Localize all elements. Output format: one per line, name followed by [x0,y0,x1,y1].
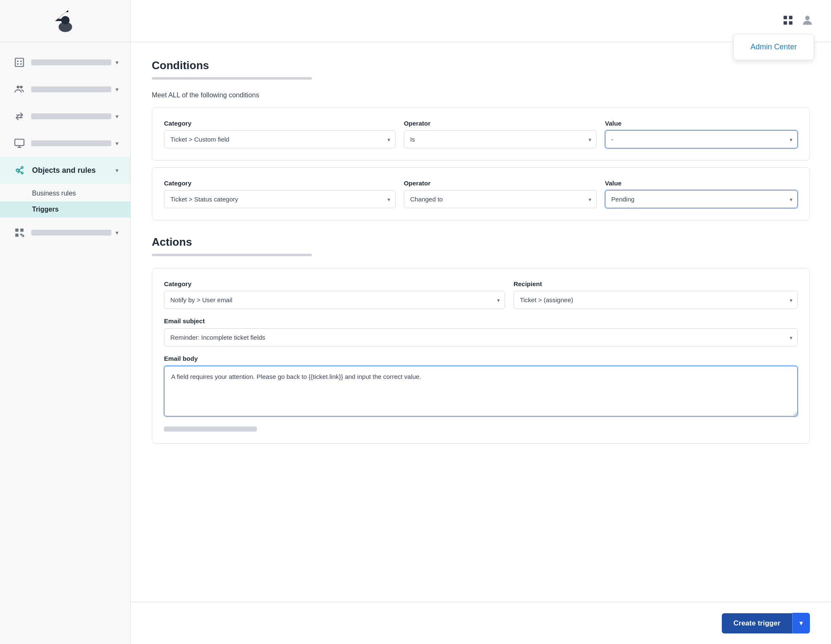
condition-2-category-wrapper: Ticket > Status category ▾ [164,190,395,208]
svg-point-27 [805,16,810,20]
actions-title: Actions [152,236,810,249]
bottom-placeholder [164,427,257,432]
nav-label-placeholder-monitor [31,140,111,146]
condition-2-row: Category Ticket > Status category ▾ Oper… [164,180,798,208]
sidebar-item-business-rules[interactable]: Business rules [0,185,130,201]
action-recipient-label: Recipient [514,280,798,287]
actions-section: Actions Category Notify by > User email … [152,236,810,444]
svg-rect-24 [789,16,792,19]
condition-1-operator-wrapper: Is ▾ [404,130,597,148]
condition-2-value-wrapper: Pending ▾ [605,190,798,208]
zendesk-logo-icon [51,8,80,34]
condition-1-category-select[interactable]: Ticket > Custom field [164,130,395,148]
chevron-down-icon-4: ▾ [116,140,118,147]
condition-2-operator-select[interactable]: Changed to [404,190,597,208]
email-body-label: Email body [164,355,198,362]
sidebar-nav: ▾ ▾ [0,42,130,644]
svg-rect-5 [17,63,19,64]
action-recipient-group: Recipient Ticket > (assignee) ▾ [514,280,798,309]
email-body-textarea[interactable]: A field requires your attention. Please … [164,366,798,416]
email-subject-select[interactable]: Reminder: Incomplete ticket fields [164,328,798,346]
email-subject-row: Email subject Reminder: Incomplete ticke… [164,317,798,346]
sidebar-item-monitor[interactable]: ▾ [0,130,130,157]
conditions-title: Conditions [152,59,810,72]
objects-rules-icon [12,163,27,178]
chevron-down-icon-5: ▾ [116,167,118,174]
svg-rect-6 [20,63,22,64]
condition-1-category-group: Category Ticket > Custom field ▾ [164,120,395,148]
email-subject-label: Email subject [164,317,205,325]
condition-1-operator-group: Operator Is ▾ [404,120,597,148]
action-category-label: Category [164,280,505,287]
monitor-icon [12,136,27,151]
action-row: Category Notify by > User email ▾ Recipi… [164,280,798,309]
svg-rect-3 [17,61,19,62]
condition-2-value-group: Value Pending ▾ [605,180,798,208]
email-subject-select-wrapper: Reminder: Incomplete ticket fields ▾ [164,328,798,346]
email-subject-wrapper: Reminder: Incomplete ticket fields ▾ [164,328,798,346]
svg-rect-20 [20,233,22,235]
sidebar-item-people[interactable]: ▾ [0,76,130,103]
people-icon [12,82,27,97]
svg-point-1 [61,16,70,24]
condition-1-operator-label: Operator [404,120,597,127]
action-card: Category Notify by > User email ▾ Recipi… [152,268,810,444]
condition-2-operator-label: Operator [404,180,597,187]
nav-label-placeholder-apps [31,230,111,236]
svg-rect-4 [20,61,22,62]
admin-center-link[interactable]: Admin Center [750,43,797,51]
conditions-section: Conditions Meet ALL of the following con… [152,59,810,220]
nav-label-placeholder-routing [31,113,111,119]
grid-icon[interactable] [782,14,794,28]
header: Admin Center [131,0,831,42]
condition-2-value-select[interactable]: Pending [605,190,798,208]
conditions-divider [152,77,312,80]
condition-1-category-label: Category [164,120,395,127]
sidebar-item-buildings[interactable]: ▾ [0,49,130,76]
svg-point-16 [21,172,23,174]
condition-2-category-label: Category [164,180,395,187]
chevron-down-icon-footer: ▾ [799,619,803,627]
routing-icon [12,109,27,124]
sidebar-item-triggers[interactable]: Triggers [0,201,130,217]
nav-label-placeholder-buildings [31,59,111,65]
chevron-down-icon-3: ▾ [116,113,118,120]
action-recipient-select[interactable]: Ticket > (assignee) [514,291,798,309]
sidebar-item-apps[interactable]: ▾ [0,219,130,246]
svg-rect-19 [15,233,19,237]
action-recipient-wrapper: Ticket > (assignee) ▾ [514,291,798,309]
main-content: Admin Center Conditions Meet ALL of the … [131,0,831,644]
svg-rect-23 [784,16,787,19]
condition-2-value-label: Value [605,180,798,187]
create-trigger-button[interactable]: Create trigger [722,613,792,633]
apps-icon [12,225,27,240]
condition-1-value-wrapper: - ▾ [605,130,798,148]
condition-2-category-select[interactable]: Ticket > Status category [164,190,395,208]
sidebar-item-routing[interactable]: ▾ [0,103,130,130]
email-body-wrapper: A field requires your attention. Please … [164,366,798,418]
content-area: Conditions Meet ALL of the following con… [131,42,831,602]
svg-point-15 [21,166,23,168]
condition-1-row: Category Ticket > Custom field ▾ Operato… [164,120,798,148]
condition-2-operator-wrapper: Changed to ▾ [404,190,597,208]
create-trigger-chevron-button[interactable]: ▾ [792,613,810,633]
svg-rect-18 [20,228,24,232]
condition-1-value-group: Value - ▾ [605,120,798,148]
action-category-select[interactable]: Notify by > User email [164,291,505,309]
svg-rect-17 [15,228,19,232]
condition-card-2: Category Ticket > Status category ▾ Oper… [152,167,810,220]
nav-label-placeholder-people [31,86,111,92]
svg-rect-26 [789,21,792,24]
condition-1-value-label: Value [605,120,798,127]
sub-nav: Business rules Triggers [0,184,130,219]
sidebar-item-objects-rules[interactable]: Objects and rules ▾ [0,157,130,184]
footer: Create trigger ▾ [131,602,831,644]
objects-rules-label: Objects and rules [32,166,116,175]
condition-2-category-group: Category Ticket > Status category ▾ [164,180,395,208]
action-category-wrapper: Notify by > User email ▾ [164,291,505,309]
user-icon[interactable] [801,13,814,29]
condition-1-category-wrapper: Ticket > Custom field ▾ [164,130,395,148]
condition-1-operator-select[interactable]: Is [404,130,597,148]
condition-2-operator-group: Operator Changed to ▾ [404,180,597,208]
condition-1-value-select[interactable]: - [605,130,798,148]
